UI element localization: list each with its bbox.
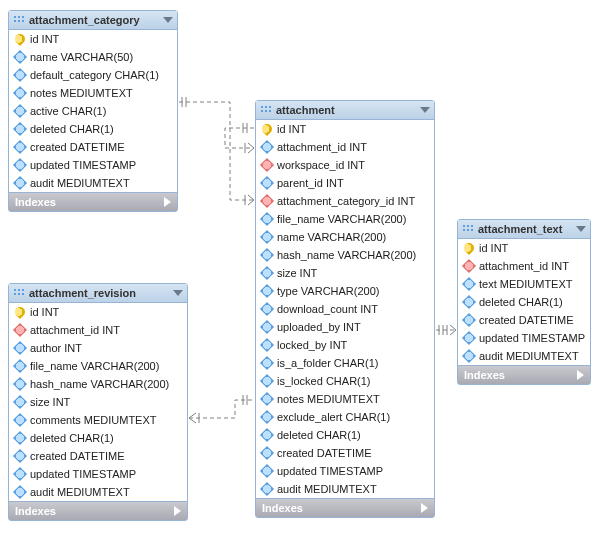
chevron-down-icon[interactable]: [163, 17, 173, 23]
chevron-down-icon[interactable]: [576, 226, 586, 232]
column-row[interactable]: hash_name VARCHAR(200): [256, 246, 434, 264]
column-label: audit MEDIUMTEXT: [277, 482, 377, 496]
column-label: download_count INT: [277, 302, 378, 316]
column-label: notes MEDIUMTEXT: [277, 392, 380, 406]
column-row[interactable]: locked_by INT: [256, 336, 434, 354]
table-header[interactable]: attachment_text: [458, 220, 590, 239]
column-row[interactable]: is_locked CHAR(1): [256, 372, 434, 390]
column-row[interactable]: exclude_alert CHAR(1): [256, 408, 434, 426]
column-row[interactable]: attachment_id INT: [256, 138, 434, 156]
column-list: id INTattachment_id INTworkspace_id INTp…: [256, 120, 434, 498]
column-icon: [260, 482, 274, 496]
column-row[interactable]: deleted CHAR(1): [9, 429, 187, 447]
column-icon: [260, 248, 274, 262]
column-row[interactable]: size INT: [256, 264, 434, 282]
column-icon: [260, 284, 274, 298]
column-row[interactable]: audit MEDIUMTEXT: [9, 483, 187, 501]
column-row[interactable]: file_name VARCHAR(200): [256, 210, 434, 228]
column-row[interactable]: created DATETIME: [458, 311, 590, 329]
column-row[interactable]: audit MEDIUMTEXT: [458, 347, 590, 365]
column-label: updated TIMESTAMP: [30, 467, 136, 481]
rel-revision-to-attachment: [189, 395, 254, 423]
column-row[interactable]: name VARCHAR(200): [256, 228, 434, 246]
table-header[interactable]: attachment: [256, 101, 434, 120]
column-label: default_category CHAR(1): [30, 68, 159, 82]
indexes-row[interactable]: Indexes: [9, 192, 177, 211]
column-row[interactable]: attachment_id INT: [9, 321, 187, 339]
column-row[interactable]: updated TIMESTAMP: [458, 329, 590, 347]
column-row[interactable]: id INT: [9, 30, 177, 48]
column-label: updated TIMESTAMP: [479, 331, 585, 345]
column-label: id INT: [479, 241, 508, 255]
table-attachment[interactable]: attachment id INTattachment_id INTworksp…: [255, 100, 435, 518]
column-row[interactable]: deleted CHAR(1): [9, 120, 177, 138]
rel-text-to-attachment: [436, 325, 456, 335]
column-label: notes MEDIUMTEXT: [30, 86, 133, 100]
column-label: attachment_id INT: [30, 323, 120, 337]
table-attachment-category[interactable]: attachment_category id INTname VARCHAR(5…: [8, 10, 178, 212]
column-row[interactable]: created DATETIME: [9, 447, 187, 465]
column-row[interactable]: active CHAR(1): [9, 102, 177, 120]
column-row[interactable]: id INT: [256, 120, 434, 138]
primary-key-icon: [260, 122, 274, 136]
column-row[interactable]: notes MEDIUMTEXT: [256, 390, 434, 408]
column-row[interactable]: deleted CHAR(1): [458, 293, 590, 311]
column-row[interactable]: size INT: [9, 393, 187, 411]
column-label: created DATETIME: [479, 313, 574, 327]
column-row[interactable]: download_count INT: [256, 300, 434, 318]
column-list: id INTattachment_id INTtext MEDIUMTEXTde…: [458, 239, 590, 365]
foreign-key-icon: [462, 259, 476, 273]
column-row[interactable]: notes MEDIUMTEXT: [9, 84, 177, 102]
column-icon: [13, 104, 27, 118]
column-label: locked_by INT: [277, 338, 347, 352]
indexes-row[interactable]: Indexes: [458, 365, 590, 384]
column-icon: [13, 86, 27, 100]
column-list: id INTattachment_id INTauthor INTfile_na…: [9, 303, 187, 501]
column-row[interactable]: created DATETIME: [9, 138, 177, 156]
column-row[interactable]: attachment_id INT: [458, 257, 590, 275]
column-row[interactable]: updated TIMESTAMP: [9, 465, 187, 483]
column-label: type VARCHAR(200): [277, 284, 380, 298]
table-header[interactable]: attachment_revision: [9, 284, 187, 303]
column-icon: [13, 485, 27, 499]
column-row[interactable]: updated TIMESTAMP: [256, 462, 434, 480]
table-title: attachment: [276, 104, 335, 116]
foreign-key-icon: [13, 323, 27, 337]
column-row[interactable]: uploaded_by INT: [256, 318, 434, 336]
table-header[interactable]: attachment_category: [9, 11, 177, 30]
column-row[interactable]: id INT: [458, 239, 590, 257]
column-label: updated TIMESTAMP: [30, 158, 136, 172]
column-row[interactable]: name VARCHAR(50): [9, 48, 177, 66]
table-attachment-text[interactable]: attachment_text id INTattachment_id INTt…: [457, 219, 591, 385]
column-label: uploaded_by INT: [277, 320, 361, 334]
column-row[interactable]: hash_name VARCHAR(200): [9, 375, 187, 393]
column-row[interactable]: file_name VARCHAR(200): [9, 357, 187, 375]
column-icon: [260, 446, 274, 460]
chevron-down-icon[interactable]: [420, 107, 430, 113]
column-row[interactable]: default_category CHAR(1): [9, 66, 177, 84]
column-row[interactable]: audit MEDIUMTEXT: [9, 174, 177, 192]
table-attachment-revision[interactable]: attachment_revision id INTattachment_id …: [8, 283, 188, 521]
column-row[interactable]: comments MEDIUMTEXT: [9, 411, 187, 429]
column-label: size INT: [30, 395, 70, 409]
column-row[interactable]: updated TIMESTAMP: [9, 156, 177, 174]
indexes-row[interactable]: Indexes: [9, 501, 187, 520]
column-list: id INTname VARCHAR(50)default_category C…: [9, 30, 177, 192]
column-label: hash_name VARCHAR(200): [30, 377, 169, 391]
column-row[interactable]: workspace_id INT: [256, 156, 434, 174]
column-row[interactable]: is_a_folder CHAR(1): [256, 354, 434, 372]
column-row[interactable]: audit MEDIUMTEXT: [256, 480, 434, 498]
column-row[interactable]: author INT: [9, 339, 187, 357]
column-icon: [462, 313, 476, 327]
column-label: file_name VARCHAR(200): [30, 359, 159, 373]
column-row[interactable]: type VARCHAR(200): [256, 282, 434, 300]
column-row[interactable]: text MEDIUMTEXT: [458, 275, 590, 293]
column-row[interactable]: id INT: [9, 303, 187, 321]
column-row[interactable]: deleted CHAR(1): [256, 426, 434, 444]
column-row[interactable]: parent_id INT: [256, 174, 434, 192]
chevron-right-icon: [174, 506, 181, 516]
chevron-down-icon[interactable]: [173, 290, 183, 296]
column-row[interactable]: attachment_category_id INT: [256, 192, 434, 210]
indexes-row[interactable]: Indexes: [256, 498, 434, 517]
column-row[interactable]: created DATETIME: [256, 444, 434, 462]
